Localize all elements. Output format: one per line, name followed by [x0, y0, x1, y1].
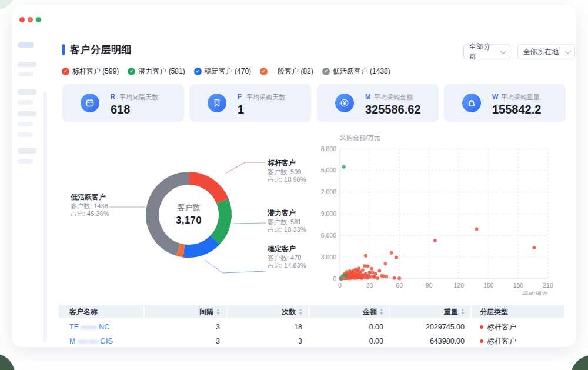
legend-label: 稳定客户 (470) — [205, 66, 251, 76]
check-circle-icon — [260, 68, 268, 75]
kpi-value: 325586.62 — [365, 103, 421, 116]
filter-group-label: 全部分群 — [469, 42, 496, 62]
bag-icon — [462, 94, 481, 112]
legend-item-stable[interactable]: 稳定客户 (470) — [194, 66, 251, 76]
scatter-point — [364, 254, 368, 258]
column-header-amount[interactable]: 金额 — [309, 305, 389, 318]
column-header-weight[interactable]: 重量 — [390, 305, 470, 318]
filter-location-dropdown[interactable]: 全部所在地 — [517, 44, 575, 59]
kpi-card-monetary: M 平均采购金额 325586.62 — [317, 84, 439, 122]
scatter-point — [433, 239, 437, 242]
scatter-point — [376, 276, 379, 280]
scatter-point — [390, 251, 393, 255]
svg-text:30: 30 — [366, 282, 373, 289]
donut-connector-line — [225, 162, 266, 174]
sidebar-skeleton-bar — [18, 159, 33, 164]
page-title: 客户分层明细 — [70, 43, 132, 56]
cell-type: 标杆客户 — [472, 320, 564, 334]
sort-icon[interactable] — [461, 309, 465, 315]
legend-item-general[interactable]: 一般客户 (82) — [260, 66, 313, 76]
cell-interval: 3 — [145, 334, 226, 347]
filter-location-label: 全部所在地 — [523, 47, 559, 57]
donut-connector-line — [205, 260, 266, 273]
kpi-label: 平均采购金额 — [374, 93, 413, 102]
scatter-point — [382, 274, 385, 278]
legend-item-potential[interactable]: 潜力客户 (581) — [128, 66, 185, 76]
kpi-card-weight: W 平均采购重量 155842.2 — [444, 84, 566, 122]
scatter-y-axis-title: 采购金额/万元 — [340, 134, 380, 141]
scatter-point — [357, 266, 360, 270]
cell-amount: 0.00 — [309, 320, 389, 334]
check-circle-icon — [194, 68, 202, 75]
chevron-down-icon — [565, 48, 571, 54]
kpi-letter: F — [238, 93, 242, 100]
legend-label: 一般客户 (82) — [270, 66, 313, 76]
donut-center-value: 3,170 — [153, 215, 224, 226]
scatter-chart: 030609012015018021003,0006,0009,00012,00… — [320, 133, 570, 295]
column-header-interval[interactable]: 间隔 — [145, 305, 226, 318]
kpi-letter: M — [365, 93, 370, 100]
sidebar-skeleton-bar — [18, 132, 33, 137]
donut-center-label: 客户数 3,170 — [153, 202, 224, 226]
svg-text:15,000: 15,000 — [320, 166, 336, 174]
svg-text:180: 180 — [513, 282, 524, 289]
legend-item-low-active[interactable]: 低活跃客户 (1438) — [322, 66, 390, 76]
scatter-point — [361, 268, 365, 272]
sidebar-skeleton-bar — [18, 62, 36, 67]
sidebar-skeleton-bar — [18, 100, 33, 105]
sidebar-skeleton-bar — [18, 148, 36, 154]
scatter-point — [366, 265, 369, 268]
minimize-window-icon[interactable] — [28, 17, 33, 22]
kpi-label: 平均采购天数 — [246, 93, 285, 102]
svg-text:6,000: 6,000 — [321, 232, 336, 239]
kpi-label: 平均采购重量 — [501, 93, 540, 102]
cell-type: 标杆客户 — [472, 334, 564, 347]
scatter-point — [395, 256, 398, 259]
legend-item-benchmark[interactable]: 标杆客户 (599) — [62, 66, 119, 76]
kpi-letter: R — [111, 93, 115, 100]
svg-text:60: 60 — [396, 282, 403, 289]
page-header: 客户分层明细 — [62, 41, 132, 58]
check-circle-icon — [62, 68, 69, 75]
customer-name-link[interactable]: M ●●● ●●● GIS — [69, 337, 113, 345]
legend-label: 低活跃客户 (1438) — [333, 66, 390, 76]
column-header-name: 客户名称 — [59, 305, 143, 318]
maximize-window-icon[interactable] — [36, 17, 41, 22]
sidebar-skeleton-bar — [18, 111, 36, 116]
close-window-icon[interactable] — [19, 17, 25, 22]
title-accent-bar — [62, 44, 65, 55]
sort-icon[interactable] — [380, 309, 383, 315]
sort-icon[interactable] — [216, 309, 220, 315]
legend-label: 标杆客户 (599) — [72, 66, 119, 76]
scatter-point — [344, 274, 348, 278]
scatter-point — [384, 262, 387, 265]
scatter-point — [340, 277, 343, 281]
page: 客户分层明细 全部分群 全部所在地 标杆客户 (599) 潜力客户 (581) … — [0, 0, 588, 370]
kpi-card-recency: R 平均间隔天数 618 — [62, 84, 184, 122]
app-window: 客户分层明细 全部分群 全部所在地 标杆客户 (599) 潜力客户 (581) … — [12, 5, 576, 347]
scatter-point — [475, 227, 479, 231]
cell-times: 18 — [227, 320, 308, 334]
cell-interval: 3 — [145, 320, 226, 334]
sort-icon[interactable] — [299, 309, 302, 315]
column-header-times[interactable]: 次数 — [227, 305, 308, 318]
svg-text:3,000: 3,000 — [321, 254, 336, 261]
scatter-point — [374, 272, 377, 275]
scatter-point — [343, 277, 346, 281]
filter-group-dropdown[interactable]: 全部分群 — [463, 44, 510, 59]
scatter-point — [373, 275, 376, 279]
scatter-point — [363, 264, 366, 268]
kpi-label: 平均间隔天数 — [119, 93, 158, 102]
svg-text:90: 90 — [426, 282, 433, 289]
customer-name-link[interactable]: TE ●●●●● NC — [69, 323, 109, 331]
scatter-point — [371, 271, 375, 274]
cell-amount: 0.00 — [309, 334, 389, 347]
scatter-x-axis-title: 采购频次 — [522, 291, 548, 295]
cell-weight: 2029745.00 — [390, 320, 470, 334]
donut-label-low-active: 低活跃客户 客户数: 1438 占比: 45.36% — [71, 194, 147, 218]
svg-text:0: 0 — [333, 275, 336, 282]
yen-icon — [335, 94, 354, 112]
svg-text:18,000: 18,000 — [320, 145, 336, 152]
calendar-icon — [81, 94, 99, 112]
legend-label: 潜力客户 (581) — [138, 66, 185, 76]
